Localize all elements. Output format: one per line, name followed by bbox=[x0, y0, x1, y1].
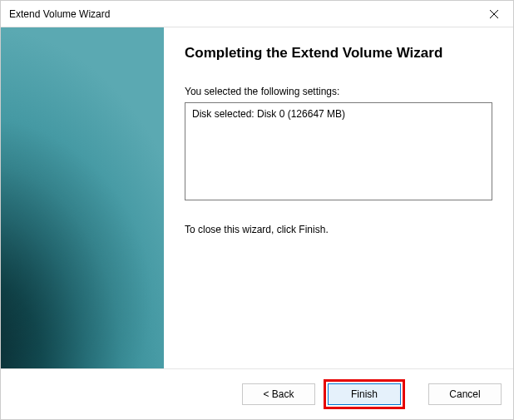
instruction-text: To close this wizard, click Finish. bbox=[185, 224, 492, 235]
settings-label: You selected the following settings: bbox=[185, 86, 492, 97]
wizard-body: Completing the Extend Volume Wizard You … bbox=[1, 27, 513, 368]
page-heading: Completing the Extend Volume Wizard bbox=[185, 44, 492, 62]
window-title: Extend Volume Wizard bbox=[9, 8, 110, 20]
wizard-sidebar-image bbox=[1, 27, 164, 368]
cancel-button[interactable]: Cancel bbox=[428, 383, 502, 405]
settings-summary-box: Disk selected: Disk 0 (126647 MB) bbox=[185, 102, 492, 200]
wizard-content: Completing the Extend Volume Wizard You … bbox=[164, 27, 513, 368]
finish-button[interactable]: Finish bbox=[328, 383, 401, 405]
settings-line: Disk selected: Disk 0 (126647 MB) bbox=[192, 108, 485, 120]
wizard-window: Extend Volume Wizard Completing the Exte… bbox=[0, 0, 514, 420]
close-icon bbox=[489, 9, 499, 19]
titlebar: Extend Volume Wizard bbox=[1, 1, 513, 27]
back-button[interactable]: < Back bbox=[242, 383, 315, 405]
close-button[interactable] bbox=[475, 1, 513, 27]
finish-highlight: Finish bbox=[324, 379, 405, 409]
wizard-footer: < Back Finish Cancel bbox=[1, 368, 513, 419]
